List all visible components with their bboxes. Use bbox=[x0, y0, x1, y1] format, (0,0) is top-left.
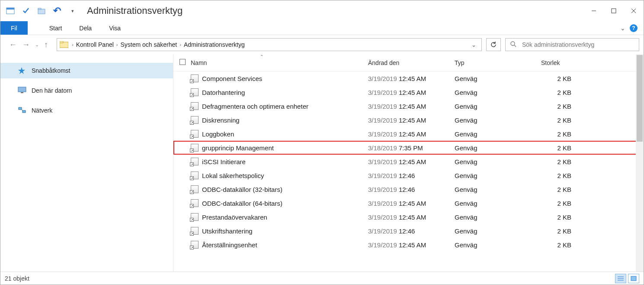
file-name: Utskriftshantering bbox=[202, 227, 368, 235]
search-box[interactable] bbox=[505, 38, 639, 51]
svg-marker-12 bbox=[18, 67, 25, 74]
forward-button[interactable]: → bbox=[22, 40, 30, 49]
tab-dela[interactable]: Dela bbox=[70, 21, 100, 35]
column-type[interactable]: Typ bbox=[455, 59, 541, 66]
chevron-right-icon[interactable]: › bbox=[179, 42, 182, 47]
details-view-button[interactable] bbox=[615, 274, 626, 283]
file-type: Genväg bbox=[455, 214, 541, 221]
file-date: 3/19/2019 12:45 AM bbox=[368, 158, 455, 165]
file-row[interactable]: ↗ODBC-datakällor (64-bitars)3/19/2019 12… bbox=[173, 196, 644, 210]
shortcut-icon: ↗ bbox=[191, 74, 202, 82]
tab-start[interactable]: Start bbox=[41, 21, 71, 35]
sidebar-item-thispc[interactable]: Den här datorn bbox=[0, 83, 173, 98]
svg-rect-9 bbox=[60, 41, 63, 43]
file-size: 2 KB bbox=[541, 227, 584, 235]
search-icon bbox=[510, 41, 517, 49]
window-controls bbox=[584, 4, 644, 18]
breadcrumb-item[interactable]: Administrationsverktyg bbox=[182, 41, 247, 48]
file-row[interactable]: ↗Loggboken3/19/2019 12:45 AMGenväg2 KB bbox=[173, 127, 644, 141]
search-input[interactable] bbox=[522, 41, 634, 48]
close-button[interactable] bbox=[624, 4, 644, 18]
file-name: ODBC-datakällor (64-bitars) bbox=[202, 200, 368, 207]
file-name: Component Services bbox=[202, 75, 368, 82]
thumbnails-view-button[interactable] bbox=[628, 274, 639, 283]
star-icon bbox=[18, 67, 26, 74]
file-row[interactable]: ↗Prestandaövervakaren3/19/2019 12:45 AMG… bbox=[173, 210, 644, 224]
file-row[interactable]: ↗iSCSI Initierare3/19/2019 12:45 AMGenvä… bbox=[173, 155, 644, 168]
shortcut-icon: ↗ bbox=[191, 241, 202, 249]
sidebar-item-network[interactable]: Nätverk bbox=[0, 103, 173, 118]
address-bar[interactable]: › Kontroll Panel › System och säkerhet ›… bbox=[57, 38, 482, 51]
svg-rect-14 bbox=[21, 92, 23, 93]
file-list-area: ⌃ Namn Ändrad den Typ Storlek ↗Component… bbox=[173, 54, 644, 272]
file-rows: ↗Component Services3/19/2019 12:45 AMGen… bbox=[173, 71, 644, 272]
file-row[interactable]: ↗Återställningsenhet3/19/2019 12:45 AMGe… bbox=[173, 238, 644, 252]
sidebar-item-quickaccess[interactable]: Snabbåtkomst bbox=[0, 63, 173, 78]
history-dropdown-icon[interactable]: ⌄ bbox=[35, 42, 39, 48]
file-date: 3/19/2019 12:46 bbox=[368, 186, 455, 193]
properties-icon[interactable] bbox=[21, 6, 31, 16]
breadcrumb-item[interactable]: System och säkerhet bbox=[119, 41, 179, 48]
select-all-checkbox[interactable] bbox=[179, 59, 191, 66]
svg-rect-5 bbox=[612, 9, 616, 13]
file-row[interactable]: ↗Lokal säkerhetspolicy3/19/2019 12:46Gen… bbox=[173, 168, 644, 182]
scrollbar-thumb[interactable] bbox=[637, 55, 643, 142]
file-tab[interactable]: Fil bbox=[0, 21, 28, 35]
file-name: Prestandaövervakaren bbox=[202, 214, 368, 221]
maximize-button[interactable] bbox=[604, 4, 624, 18]
file-size: 2 KB bbox=[541, 186, 584, 193]
file-row[interactable]: ↗grupprincip Management3/18/2019 7:35 PM… bbox=[173, 141, 644, 155]
file-size: 2 KB bbox=[541, 75, 584, 82]
item-count-label: objekt bbox=[13, 275, 29, 282]
explorer-window: ↶ ▾ Administrationsverktyg Fil Start Del… bbox=[0, 0, 644, 285]
qat-dropdown-icon[interactable]: ▾ bbox=[68, 6, 77, 16]
navigation-bar: ← → ⌄ ↑ › Kontroll Panel › System och sä… bbox=[0, 35, 644, 54]
minimize-button[interactable] bbox=[584, 4, 604, 18]
undo-icon[interactable]: ↶ bbox=[52, 6, 62, 16]
file-size: 2 KB bbox=[541, 172, 584, 179]
file-type: Genväg bbox=[455, 117, 541, 124]
file-row[interactable]: ↗Defragmentera och optimera enheter3/19/… bbox=[173, 99, 644, 113]
scrollbar[interactable] bbox=[636, 54, 644, 272]
shortcut-icon: ↗ bbox=[191, 213, 202, 221]
chevron-right-icon[interactable]: › bbox=[71, 42, 74, 47]
file-row[interactable]: ↗Datorhantering3/19/2019 12:45 AMGenväg2… bbox=[173, 85, 644, 99]
tab-visa[interactable]: Visa bbox=[100, 21, 129, 35]
file-date: 3/19/2019 12:45 AM bbox=[368, 75, 455, 82]
file-row[interactable]: ↗Utskriftshantering3/19/2019 12:46Genväg… bbox=[173, 224, 644, 238]
svg-line-17 bbox=[22, 110, 22, 110]
column-date[interactable]: Ändrad den bbox=[368, 59, 455, 66]
column-size[interactable]: Storlek bbox=[541, 59, 644, 66]
file-date: 3/19/2019 12:45 AM bbox=[368, 103, 455, 110]
column-name[interactable]: ⌃ Namn bbox=[191, 59, 368, 66]
file-date: 3/19/2019 12:45 AM bbox=[368, 130, 455, 138]
status-bar: 21 objekt bbox=[0, 272, 644, 285]
svg-rect-3 bbox=[38, 8, 41, 10]
svg-rect-2 bbox=[38, 9, 45, 14]
file-row[interactable]: ↗Component Services3/19/2019 12:45 AMGen… bbox=[173, 71, 644, 85]
file-type: Genväg bbox=[455, 89, 541, 96]
new-folder-icon[interactable] bbox=[37, 6, 46, 16]
refresh-button[interactable] bbox=[486, 38, 501, 51]
file-row[interactable]: ↗ODBC-datakällor (32-bitars)3/19/2019 12… bbox=[173, 182, 644, 196]
sort-indicator-icon: ⌃ bbox=[260, 54, 263, 59]
breadcrumb-item[interactable]: Kontroll Panel bbox=[74, 41, 115, 48]
chevron-right-icon[interactable]: › bbox=[115, 42, 119, 47]
sidebar-item-label: Snabbåtkomst bbox=[32, 67, 70, 74]
up-button[interactable]: ↑ bbox=[44, 40, 48, 49]
shortcut-icon: ↗ bbox=[191, 130, 202, 138]
folder-icon bbox=[60, 41, 68, 48]
file-size: 2 KB bbox=[541, 144, 584, 152]
ribbon-expand-icon[interactable]: ⌄ bbox=[620, 25, 625, 32]
shortcut-icon: ↗ bbox=[191, 172, 202, 179]
address-dropdown-icon[interactable]: ⌄ bbox=[469, 42, 479, 48]
file-date: 3/18/2019 7:35 PM bbox=[368, 144, 455, 152]
help-icon[interactable]: ? bbox=[630, 24, 638, 32]
window-title: Administrationsverktyg bbox=[87, 5, 183, 16]
back-button[interactable]: ← bbox=[9, 40, 17, 49]
file-row[interactable]: ↗Diskrensning3/19/2019 12:45 AMGenväg2 K… bbox=[173, 113, 644, 127]
svg-rect-1 bbox=[6, 8, 14, 10]
shortcut-icon: ↗ bbox=[191, 227, 202, 235]
file-date: 3/19/2019 12:45 AM bbox=[368, 200, 455, 207]
file-date: 3/19/2019 12:46 bbox=[368, 227, 455, 235]
